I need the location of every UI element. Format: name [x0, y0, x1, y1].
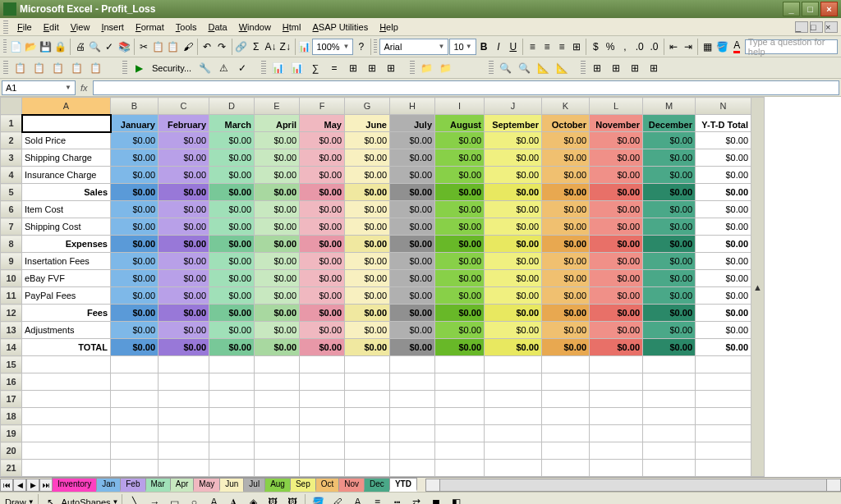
data-cell[interactable]: $0.00 — [345, 254, 389, 268]
empty-cell[interactable] — [390, 460, 435, 477]
autoshapes-menu[interactable]: AutoShapes — [62, 497, 111, 505]
new-button[interactable]: 📄 — [9, 38, 23, 56]
close-button[interactable]: × — [820, 2, 838, 16]
data-cell[interactable]: $0.00 — [300, 237, 344, 250]
data-cell[interactable]: $0.00 — [696, 254, 751, 268]
empty-cell[interactable] — [111, 425, 159, 442]
column-header[interactable]: A — [22, 98, 111, 115]
sheet-tab-may[interactable]: May — [193, 478, 220, 492]
data-cell[interactable]: $0.00 — [390, 289, 434, 302]
empty-cell[interactable] — [485, 442, 542, 460]
data-cell[interactable]: $0.00 — [390, 254, 434, 268]
data-cell[interactable]: $0.00 — [159, 254, 209, 268]
data-cell[interactable]: $0.00 — [345, 134, 389, 147]
tool-button[interactable]: 📊 — [287, 59, 306, 77]
tool-button[interactable]: 📐 — [553, 59, 571, 77]
data-cell[interactable]: $0.00 — [345, 341, 389, 354]
sheet-tab-jan[interactable]: Jan — [96, 478, 121, 492]
data-cell[interactable]: $0.00 — [209, 168, 254, 181]
data-cell[interactable]: $0.00 — [435, 323, 484, 337]
tool-button[interactable]: 📋 — [11, 59, 29, 77]
data-cell[interactable]: $0.00 — [390, 168, 434, 181]
row-header[interactable]: 1 — [1, 115, 22, 132]
help-button[interactable]: ? — [354, 38, 368, 56]
data-cell[interactable]: $0.00 — [590, 272, 642, 285]
empty-cell[interactable] — [485, 460, 542, 477]
data-cell[interactable]: $0.00 — [209, 203, 254, 216]
data-cell[interactable]: $0.00 — [111, 341, 158, 354]
empty-cell[interactable] — [22, 356, 111, 373]
data-cell[interactable]: $0.00 — [255, 203, 299, 216]
currency-button[interactable]: $ — [589, 38, 603, 56]
row-header[interactable]: 2 — [1, 132, 22, 149]
empty-cell[interactable] — [300, 425, 345, 442]
menu-data[interactable]: Data — [202, 21, 232, 34]
empty-cell[interactable] — [485, 373, 542, 391]
tab-prev-button[interactable]: ◀ — [13, 479, 26, 492]
sheet-tab-mar[interactable]: Mar — [145, 478, 171, 492]
data-cell[interactable]: $0.00 — [111, 254, 158, 268]
data-cell[interactable]: $0.00 — [300, 220, 344, 233]
data-cell[interactable]: $0.00 — [542, 220, 589, 233]
empty-cell[interactable] — [435, 356, 485, 373]
data-cell[interactable]: $0.00 — [435, 220, 484, 233]
line-color-button[interactable]: 🖊 — [329, 493, 347, 505]
empty-cell[interactable] — [111, 442, 159, 460]
month-header[interactable]: January — [111, 118, 158, 131]
empty-cell[interactable] — [255, 373, 300, 391]
row-header[interactable]: 20 — [1, 442, 22, 460]
empty-cell[interactable] — [345, 408, 390, 425]
empty-cell[interactable] — [209, 408, 255, 425]
empty-cell[interactable] — [209, 460, 255, 477]
empty-cell[interactable] — [643, 460, 696, 477]
month-header[interactable]: September — [485, 118, 541, 131]
underline-button[interactable]: U — [506, 38, 520, 56]
fx-icon[interactable]: fx — [80, 83, 88, 93]
month-header[interactable]: August — [435, 118, 484, 131]
empty-cell[interactable] — [300, 442, 345, 460]
align-center-button[interactable]: ≡ — [540, 38, 554, 56]
empty-cell[interactable] — [696, 425, 751, 442]
empty-cell[interactable] — [22, 425, 111, 442]
data-cell[interactable]: $0.00 — [300, 168, 344, 181]
data-cell[interactable]: $0.00 — [485, 272, 541, 285]
data-cell[interactable]: $0.00 — [159, 220, 209, 233]
data-cell[interactable]: $0.00 — [300, 186, 344, 199]
data-cell[interactable]: $0.00 — [300, 134, 344, 147]
data-cell[interactable]: $0.00 — [255, 254, 299, 268]
data-cell[interactable]: $0.00 — [159, 323, 209, 337]
empty-cell[interactable] — [435, 460, 485, 477]
zoom-dropdown[interactable]: 100%▼ — [312, 39, 353, 55]
empty-cell[interactable] — [159, 442, 209, 460]
data-cell[interactable]: $0.00 — [159, 151, 209, 164]
data-cell[interactable]: $0.00 — [435, 186, 484, 199]
empty-cell[interactable] — [111, 373, 159, 391]
empty-cell[interactable] — [255, 408, 300, 425]
sort-asc-button[interactable]: A↓ — [264, 38, 278, 56]
data-cell[interactable]: $0.00 — [345, 323, 389, 337]
data-cell[interactable]: $0.00 — [209, 134, 254, 147]
menu-html[interactable]: Html — [277, 21, 307, 34]
data-cell[interactable]: $0.00 — [590, 341, 642, 354]
data-cell[interactable]: $0.00 — [542, 134, 589, 147]
data-cell[interactable]: $0.00 — [485, 306, 541, 319]
data-cell[interactable]: $0.00 — [345, 306, 389, 319]
toolbar-handle[interactable] — [261, 61, 266, 76]
data-cell[interactable]: $0.00 — [300, 306, 344, 319]
data-cell[interactable]: $0.00 — [696, 186, 751, 199]
data-cell[interactable]: $0.00 — [643, 306, 695, 319]
borders-button[interactable]: ▦ — [701, 38, 715, 56]
toolbar-handle[interactable] — [3, 39, 7, 54]
data-cell[interactable]: $0.00 — [643, 220, 695, 233]
tool-button[interactable]: 📋 — [86, 59, 104, 77]
empty-cell[interactable] — [345, 391, 390, 408]
row-header[interactable]: 11 — [1, 287, 22, 305]
month-header[interactable]: May — [300, 118, 344, 131]
font-color-button[interactable]: A — [348, 493, 366, 505]
empty-cell[interactable] — [255, 425, 300, 442]
tool-button[interactable]: ⚠ — [214, 59, 232, 77]
data-cell[interactable]: $0.00 — [696, 151, 751, 164]
data-cell[interactable]: $0.00 — [590, 134, 642, 147]
menu-view[interactable]: View — [65, 21, 96, 34]
empty-cell[interactable] — [643, 391, 696, 408]
